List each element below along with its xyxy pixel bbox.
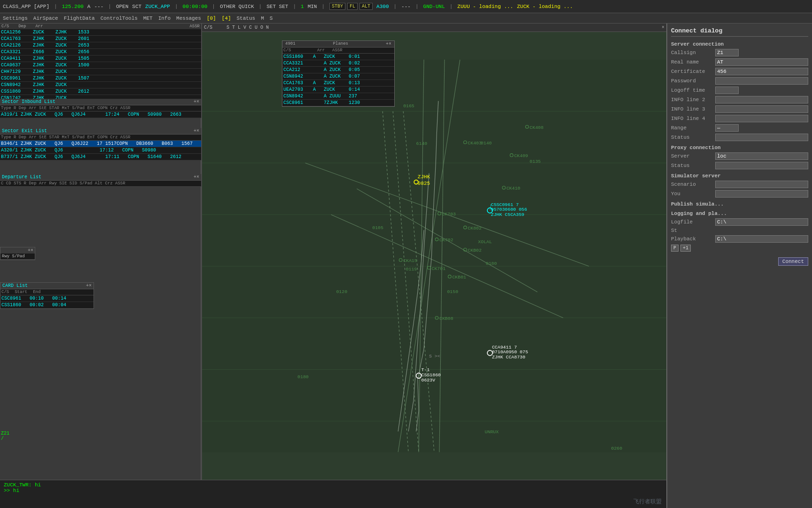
menu-flightdata[interactable]: FlightData bbox=[64, 16, 95, 21]
stlv-close[interactable]: × bbox=[662, 25, 664, 30]
menu-met[interactable]: MET bbox=[143, 16, 153, 21]
planes-popup-col-header: C/S Arr ASSR bbox=[282, 48, 394, 54]
planes-row: CCA3321A ZUCK0:02 bbox=[282, 60, 394, 67]
stby-indicators: STBY FL ALT bbox=[329, 3, 373, 10]
card-list-close[interactable]: +× bbox=[86, 283, 92, 288]
info-line4-input[interactable] bbox=[715, 115, 808, 122]
small-list-panel: +× Rwy S/Pad bbox=[0, 247, 35, 260]
planes-row: CCA1763AZUCK0:13 bbox=[282, 80, 394, 87]
status-input[interactable] bbox=[715, 134, 808, 141]
toolbar-time: 00:00:00 bbox=[183, 4, 208, 9]
info-line2-input[interactable] bbox=[715, 96, 808, 103]
certificate-input[interactable] bbox=[715, 68, 808, 75]
info-line3-input[interactable] bbox=[715, 105, 808, 113]
you-input[interactable] bbox=[715, 190, 808, 198]
svg-text:S ><: S >< bbox=[429, 354, 440, 359]
playback-controls: P +1 bbox=[671, 245, 808, 252]
stlv-bar: C/S S T L V C U O N × bbox=[202, 24, 666, 32]
planes-row: CSN8942A ZUCK0:07 bbox=[282, 73, 394, 80]
password-input[interactable] bbox=[715, 77, 808, 85]
certificate-label: Certificate bbox=[671, 69, 713, 74]
logfile-input[interactable] bbox=[715, 218, 808, 226]
scenario-input[interactable] bbox=[715, 181, 808, 188]
fl-label: FL bbox=[347, 3, 358, 10]
toolbar-a300: A300 bbox=[376, 4, 389, 9]
svg-text:0165: 0165 bbox=[403, 103, 414, 109]
range-input[interactable] bbox=[715, 124, 739, 132]
svg-text:0260: 0260 bbox=[611, 446, 623, 451]
menu-bar: Settings AirSpace FlightData ControlTool… bbox=[0, 13, 812, 24]
menu-s[interactable]: S bbox=[270, 16, 273, 21]
svg-rect-0 bbox=[202, 60, 666, 452]
menu-m[interactable]: M bbox=[261, 16, 264, 21]
radar-area[interactable]: CK408 CK403 0140 CK409 0135 0165 6140 CK… bbox=[202, 32, 666, 480]
svg-text:CKB01: CKB01 bbox=[452, 275, 466, 280]
st-label: St bbox=[671, 228, 713, 233]
bottom-line2: >> hi bbox=[4, 488, 41, 493]
playback-input[interactable] bbox=[715, 235, 808, 243]
toolbar-sep2: --- bbox=[401, 4, 411, 9]
toolbar-open: OPEN bbox=[116, 4, 128, 9]
sector-exit-row: B346/1 ZJHK ZUCK QJ6 QJ6J22 17 1517COPN … bbox=[0, 141, 201, 147]
flight-row: CCA9411ZJHKZUCK1505 bbox=[0, 56, 201, 62]
sector-inbound-close[interactable]: +× bbox=[194, 99, 199, 104]
toolbar-speed: 125.200 bbox=[62, 4, 84, 9]
planes-popup-close[interactable]: +× bbox=[386, 41, 391, 47]
info-line3-row: INFO line 3 bbox=[671, 105, 808, 113]
status-row: Status bbox=[671, 134, 808, 141]
departure-list-close[interactable]: +× bbox=[194, 175, 199, 180]
planes-row: CSS1860AZUCK0:01 bbox=[282, 54, 394, 60]
logoff-time-input[interactable] bbox=[715, 87, 739, 94]
callsign-input[interactable] bbox=[715, 49, 739, 56]
proxy-status-row: Status bbox=[671, 162, 808, 169]
sector-exit-close[interactable]: +× bbox=[194, 128, 199, 134]
scenario-row: Scenario bbox=[671, 181, 808, 188]
certificate-row: Certificate bbox=[671, 68, 808, 75]
sector-inbound-row: A319/1 ZJHK ZUCK QJ6 QJ6J4 17:24 COPN S0… bbox=[0, 111, 201, 118]
svg-text:UNRUX: UNRUX bbox=[485, 429, 499, 435]
small-list-close[interactable]: +× bbox=[28, 248, 33, 253]
menu-messages[interactable]: Messages bbox=[176, 16, 201, 21]
planes-row: UEA2703AZUCK0:14 bbox=[282, 87, 394, 93]
svg-text:XOLAL: XOLAL bbox=[478, 239, 492, 245]
toolbar-mode: A bbox=[87, 4, 91, 9]
flight-row: CCA3321Z666ZUCK2656 bbox=[0, 49, 201, 56]
logfile-row: Logfile bbox=[671, 218, 808, 226]
toolbar-num: 1 bbox=[301, 4, 304, 9]
menu-airspace[interactable]: AirSpace bbox=[33, 16, 58, 21]
svg-text:057030600 056: 057030600 056 bbox=[491, 207, 527, 212]
flight-row: CSN8942ZJHKZUCK bbox=[0, 82, 201, 88]
menu-controltools[interactable]: ControlTools bbox=[101, 16, 138, 21]
menu-settings[interactable]: Settings bbox=[3, 16, 28, 21]
menu-info[interactable]: Info bbox=[158, 16, 171, 21]
menu-msg-count0[interactable]: [0] bbox=[207, 16, 216, 21]
proxy-server-input[interactable] bbox=[715, 152, 808, 160]
flight-row: CHH7129ZJHKZUCK bbox=[0, 69, 201, 75]
realname-label: Real name bbox=[671, 59, 713, 65]
realname-input[interactable] bbox=[715, 58, 808, 66]
proxy-section-title: Proxy connection bbox=[671, 145, 808, 151]
simulator-section-title: Simulator server bbox=[671, 173, 808, 179]
proxy-server-label: Server bbox=[671, 153, 713, 159]
password-label: Password bbox=[671, 78, 713, 84]
svg-text:0710A0950 075: 0710A0950 075 bbox=[492, 349, 528, 355]
connect-button[interactable]: Connect bbox=[778, 257, 808, 266]
departure-list-title: Departure List +× bbox=[0, 174, 201, 181]
planes-popup-header: 4901 Planes +× bbox=[282, 41, 394, 48]
menu-status[interactable]: Status bbox=[237, 16, 256, 21]
proxy-status-input[interactable] bbox=[715, 162, 808, 169]
info-line2-label: INFO line 2 bbox=[671, 97, 713, 103]
menu-msg-count4[interactable]: [4] bbox=[222, 16, 231, 21]
svg-text:ZJHK CCA8730: ZJHK CCA8730 bbox=[492, 355, 525, 360]
sector-exit-header: Type R Dep Arr StE STAR MxT S/Pad EnT CO… bbox=[0, 135, 201, 141]
callsign-row: Callsign bbox=[671, 49, 808, 56]
toolbar-zuuu: ZUUU - loading ... bbox=[457, 4, 513, 9]
st-row: St bbox=[671, 228, 808, 233]
playback-plus1-button[interactable]: +1 bbox=[680, 245, 691, 252]
flight-row: CSS1860ZJHKZUCK2612 bbox=[0, 88, 201, 95]
playback-p-button[interactable]: P bbox=[671, 245, 679, 252]
logoff-time-row: Logoff time bbox=[671, 87, 808, 94]
flight-row: CCA1763ZJHKZUCK2601 bbox=[0, 36, 201, 42]
server-connection-section: Server connection bbox=[671, 41, 808, 47]
toolbar-sep1: --- bbox=[94, 4, 103, 9]
